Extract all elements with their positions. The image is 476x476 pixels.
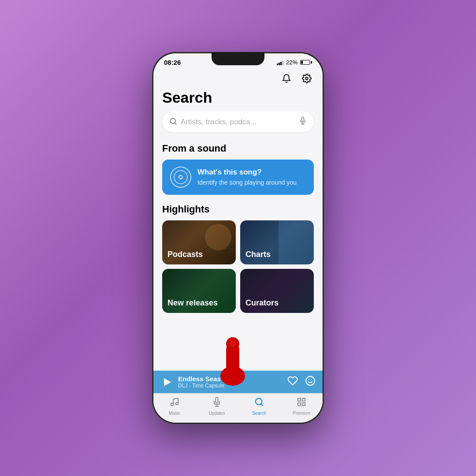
charts-card[interactable]: Charts — [240, 220, 314, 264]
svg-rect-16 — [298, 403, 301, 405]
tab-search[interactable]: Search — [246, 397, 272, 416]
track-info: Endless Seas DLJ - Time Capsule — [178, 375, 282, 389]
svg-rect-15 — [302, 398, 305, 401]
notch — [212, 52, 264, 65]
phone-frame: 08:26 22% — [152, 52, 324, 424]
mic-icon[interactable] — [299, 117, 307, 127]
screen-content: Artists, tracks, podca... From a sound — [153, 112, 323, 371]
search-placeholder: Artists, tracks, podca... — [181, 118, 295, 126]
svg-rect-14 — [298, 398, 301, 401]
curators-card[interactable]: Curators — [240, 269, 314, 313]
sound-card-text: What's this song? Identify the song play… — [197, 168, 297, 186]
tab-updates[interactable]: Updates — [204, 397, 230, 416]
track-subtitle: DLJ - Time Capsule — [178, 383, 282, 389]
svg-point-8 — [171, 403, 174, 406]
tab-premium[interactable]: Premium — [288, 397, 315, 416]
sound-identify-icon — [170, 167, 191, 188]
updates-tab-label: Updates — [208, 411, 225, 416]
new-releases-label: New releases — [167, 298, 218, 308]
highlights-title: Highlights — [162, 204, 314, 215]
premium-tab-label: Premium — [293, 411, 310, 416]
now-playing-bar: Endless Seas DLJ - Time Capsule — [153, 371, 323, 393]
like-button[interactable] — [287, 376, 298, 389]
podcasts-card[interactable]: Podcasts — [162, 220, 236, 264]
page-title: Search — [153, 87, 323, 112]
battery-icon — [300, 60, 312, 65]
svg-line-13 — [261, 404, 263, 405]
from-sound-section: From a sound What's this song? Identify … — [153, 139, 323, 200]
search-bar[interactable]: Artists, tracks, podca... — [162, 112, 314, 132]
tab-music[interactable]: Music — [161, 397, 188, 416]
svg-point-9 — [176, 402, 178, 405]
premium-tab-icon — [297, 397, 306, 409]
tab-bar: Music Updates — [153, 393, 323, 423]
podcasts-decoration — [205, 224, 231, 250]
svg-point-0 — [305, 77, 308, 80]
sound-card-title: What's this song? — [197, 168, 297, 177]
from-sound-title: From a sound — [162, 143, 314, 154]
header — [153, 68, 323, 87]
curators-label: Curators — [245, 298, 279, 308]
status-right: 22% — [277, 59, 312, 66]
whats-this-song-card[interactable]: What's this song? Identify the song play… — [162, 160, 314, 195]
now-playing-actions — [287, 376, 316, 389]
sound-card-subtitle: Identify the song playing around you — [197, 178, 297, 186]
play-icon — [164, 378, 171, 386]
highlights-grid: Podcasts Charts New releases Curators — [162, 220, 314, 313]
music-tab-label: Music — [169, 411, 180, 416]
status-time: 08:26 — [164, 59, 181, 66]
search-tab-icon — [254, 397, 264, 409]
play-button[interactable] — [160, 376, 173, 388]
new-releases-card[interactable]: New releases — [162, 269, 236, 313]
svg-point-5 — [306, 376, 315, 385]
header-icons — [279, 71, 314, 86]
music-tab-icon — [170, 397, 179, 409]
track-title: Endless Seas — [178, 375, 282, 383]
settings-button[interactable] — [300, 71, 314, 86]
podcasts-label: Podcasts — [167, 250, 203, 259]
charts-label: Charts — [245, 250, 271, 259]
svg-rect-17 — [302, 403, 305, 405]
updates-tab-icon — [212, 397, 222, 409]
highlights-section: Highlights Podcasts Charts New releases — [153, 200, 323, 318]
charts-decoration — [279, 220, 314, 264]
svg-line-2 — [175, 123, 176, 124]
phone-screen: 08:26 22% — [153, 53, 323, 423]
search-tab-label: Search — [252, 411, 266, 416]
search-bar-container: Artists, tracks, podca... — [153, 112, 323, 139]
bell-button[interactable] — [279, 71, 294, 86]
battery-percentage: 22% — [286, 59, 298, 66]
signal-icon — [277, 60, 283, 65]
dislike-button[interactable] — [305, 376, 316, 389]
search-icon — [169, 117, 177, 127]
